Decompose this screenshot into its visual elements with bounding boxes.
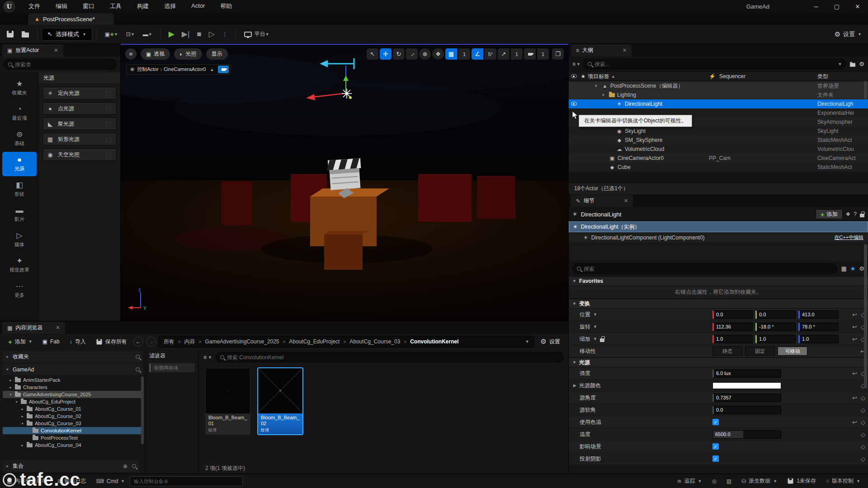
details-tab[interactable]: ✎ 细节 ✕ bbox=[571, 195, 633, 207]
add-actor-button[interactable]: ▣+▼ bbox=[101, 27, 122, 42]
cb-search-input[interactable] bbox=[227, 354, 559, 361]
chevron-right-icon[interactable]: ▶ bbox=[573, 383, 576, 388]
expander-icon[interactable]: ▸ bbox=[20, 443, 24, 447]
keyframe-icon[interactable]: ◇ bbox=[861, 443, 865, 450]
camera-speed-button[interactable] bbox=[524, 48, 536, 60]
place-item-天空光照[interactable]: ◉天空光照⋮⋮ bbox=[42, 148, 117, 161]
tree-item-Characters[interactable]: ▸Characters bbox=[3, 384, 142, 391]
tree-item-AnimStarterPack[interactable]: ▸AnimStarterPack bbox=[3, 376, 142, 384]
axis-value-field[interactable]: 0.0 bbox=[755, 310, 796, 319]
outliner-filter-button[interactable]: ≡▼ bbox=[572, 61, 580, 67]
expander-icon[interactable]: ▾ bbox=[9, 393, 13, 397]
expander-icon[interactable]: ▾ bbox=[20, 422, 24, 426]
grid-snap-value[interactable]: 1 bbox=[458, 48, 470, 60]
viewport[interactable]: Z Y ≡ ▣透视 ◐光照 显示 ↖ ✢ ↻ ↔ ⊕ ❖ ▦ 1 ∠ 5° ↗ … bbox=[121, 44, 568, 321]
close-icon[interactable]: ✕ bbox=[56, 325, 60, 331]
breadcrumb-segment[interactable]: AboutCg_EduProject bbox=[289, 338, 340, 345]
cb-search-field[interactable] bbox=[216, 352, 564, 362]
search-icon[interactable] bbox=[132, 464, 136, 468]
perspective-button[interactable]: ▣透视 bbox=[141, 48, 170, 60]
browse-content-button[interactable] bbox=[18, 27, 33, 42]
rotate-tool-button[interactable]: ↻ bbox=[393, 48, 405, 60]
visibility-eye-icon[interactable] bbox=[569, 101, 579, 107]
pilot-camera-button[interactable] bbox=[218, 66, 229, 73]
frame-skip-button[interactable]: ▶| bbox=[178, 29, 193, 39]
reset-icon[interactable]: ↩ bbox=[852, 324, 857, 330]
cast-shadows-checkbox[interactable]: ✓ bbox=[712, 455, 719, 462]
cmd-selector[interactable]: ⌨ Cmd ▼ bbox=[91, 474, 130, 488]
revision-control-button[interactable]: ⑂ 版本控制 ▼ bbox=[821, 474, 865, 488]
editor-mode-select[interactable]: ↖ 选择模式 ▼ bbox=[42, 28, 92, 41]
drag-grip-icon[interactable]: ⋮⋮ bbox=[104, 137, 113, 142]
save-all-button[interactable]: 保存所有 bbox=[92, 336, 131, 347]
select-tool-button[interactable]: ↖ bbox=[367, 48, 378, 60]
expander-icon[interactable]: ▾ bbox=[14, 400, 19, 404]
intensity-field[interactable]: 6.0 lux bbox=[712, 369, 781, 378]
drag-grip-icon[interactable]: ⋮⋮ bbox=[104, 152, 113, 157]
details-component-row[interactable]: ☀ DirectionalLightComponent (LightCompon… bbox=[569, 232, 868, 243]
expander-icon[interactable]: ▸ bbox=[20, 407, 24, 411]
category-更多[interactable]: ⋯更多 bbox=[2, 278, 37, 303]
add-collection-icon[interactable]: ⊕ bbox=[123, 463, 127, 469]
expander-icon[interactable]: ▸ bbox=[9, 385, 13, 389]
reset-icon[interactable]: ↩ bbox=[852, 370, 857, 377]
axis-value-field[interactable]: 78.0 ° bbox=[798, 323, 839, 331]
lock-icon[interactable] bbox=[860, 214, 864, 217]
use-temperature-checkbox[interactable]: ✓ bbox=[712, 419, 719, 425]
expander-icon[interactable]: ▸ bbox=[20, 414, 24, 418]
tree-scrollbar[interactable] bbox=[141, 376, 144, 444]
place-item-聚光源[interactable]: ◣聚光源⋮⋮ bbox=[42, 117, 117, 130]
scale-tool-button[interactable]: ↔ bbox=[406, 48, 418, 60]
outliner-row[interactable]: ▣CineCameraActor0PP_CamCineCameraAct bbox=[569, 154, 868, 163]
close-button[interactable]: ✕ bbox=[847, 0, 868, 13]
category-形状[interactable]: ◧形状 bbox=[2, 177, 37, 202]
mobility-option-可移动[interactable]: 可移动 bbox=[778, 347, 807, 356]
viewport-options-button[interactable]: ≡ bbox=[125, 48, 137, 60]
asset-tile-Bloom_B_Beam_02[interactable]: Bloom_B_Beam_02纹理 bbox=[258, 368, 303, 435]
unsaved-button[interactable]: 1未保存 bbox=[782, 474, 821, 488]
cinematics-button[interactable]: ▬▼ bbox=[139, 27, 156, 42]
breadcrumb-segment[interactable]: ConvolutionKernel bbox=[410, 338, 458, 345]
expander-icon[interactable]: ▸ bbox=[9, 378, 13, 382]
display-mode-icon[interactable]: ▦ bbox=[841, 265, 846, 272]
eject-pilot-button[interactable]: ▲ bbox=[208, 67, 215, 72]
mobility-option-静态[interactable]: 静态 bbox=[712, 347, 742, 356]
scale-snap-value[interactable]: 1 bbox=[511, 48, 523, 60]
outliner-settings-button[interactable]: ⚙ bbox=[859, 61, 864, 67]
menu-item[interactable]: 工具 bbox=[110, 2, 122, 10]
rotation-snap-value[interactable]: 5° bbox=[485, 48, 496, 60]
search-icon[interactable] bbox=[136, 367, 140, 371]
light-color-swatch[interactable] bbox=[712, 382, 781, 389]
outliner-row[interactable]: ◆SM_SkySphereStaticMeshAct bbox=[569, 136, 868, 145]
keyframe-icon[interactable]: ◇ bbox=[861, 419, 865, 426]
outliner-row[interactable]: ▾Lighting文件夹 bbox=[569, 90, 868, 99]
filter-chip-skeletal-mesh[interactable]: 骨骼网格体 bbox=[149, 363, 195, 372]
place-actors-tab[interactable]: ▣ 放置Actor ✕ bbox=[2, 44, 63, 56]
blueprints-button[interactable]: ⊡▼ bbox=[122, 27, 139, 42]
category-最近项[interactable]: ◔最近项 bbox=[2, 101, 37, 126]
details-scrollbar[interactable] bbox=[864, 244, 867, 389]
soft-angle-field[interactable]: 0.0 bbox=[712, 406, 781, 414]
menu-item[interactable]: 窗口 bbox=[83, 2, 94, 10]
expander-icon[interactable]: ▾ bbox=[595, 84, 599, 88]
reset-icon[interactable]: ↩ bbox=[852, 311, 857, 318]
reset-icon[interactable]: ↩ bbox=[852, 419, 857, 426]
cb-settings-button[interactable]: ⚙设置 bbox=[537, 336, 564, 347]
expander-icon[interactable]: ▾ bbox=[602, 93, 607, 97]
chevron-down-icon[interactable]: ▼ bbox=[593, 337, 597, 341]
close-icon[interactable]: ✕ bbox=[624, 198, 628, 204]
axis-value-field[interactable]: 1.0 bbox=[755, 335, 796, 343]
menu-item[interactable]: 选择 bbox=[164, 2, 176, 10]
category-影片[interactable]: ▬影片 bbox=[2, 202, 37, 227]
view-mode-button[interactable]: ◐光照 bbox=[174, 48, 202, 60]
tree-item-ConvolutionKernel[interactable]: ConvolutionKernel bbox=[3, 427, 142, 434]
scale-snap-toggle[interactable]: ↗ bbox=[498, 48, 509, 60]
add-component-button[interactable]: +添加 bbox=[816, 209, 843, 219]
keyframe-icon[interactable]: ◇ bbox=[861, 455, 865, 462]
place-item-点光源[interactable]: ●点光源⋮⋮ bbox=[42, 102, 117, 115]
breadcrumb-segment[interactable]: 内容 bbox=[184, 338, 195, 346]
drag-grip-icon[interactable]: ⋮⋮ bbox=[104, 106, 113, 111]
derived-data-button[interactable]: ⛁ 派生数据 ▼ bbox=[736, 474, 782, 488]
target-button[interactable]: ◎ bbox=[707, 474, 721, 488]
platforms-button[interactable]: 平台 ▼ bbox=[240, 27, 274, 42]
